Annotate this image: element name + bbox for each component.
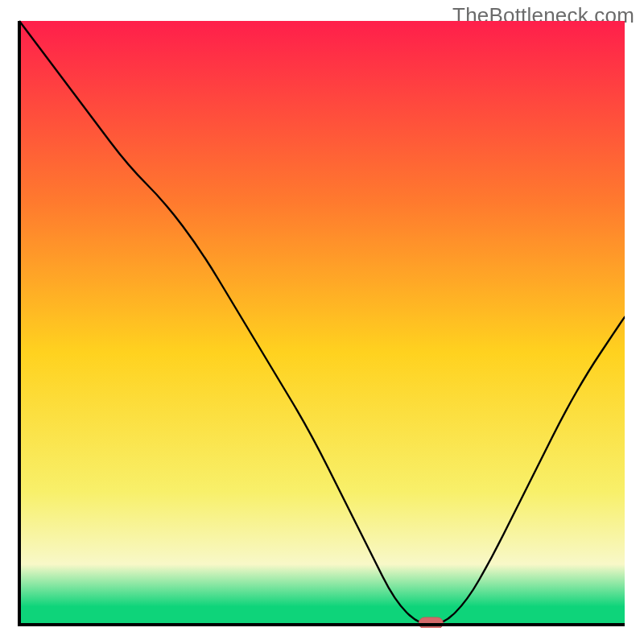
minimum-marker bbox=[419, 617, 443, 628]
bottleneck-plot bbox=[16, 19, 628, 628]
gradient-background bbox=[19, 21, 625, 625]
chart-stage: TheBottleneck.com bbox=[0, 0, 644, 644]
plot-area bbox=[16, 19, 628, 628]
